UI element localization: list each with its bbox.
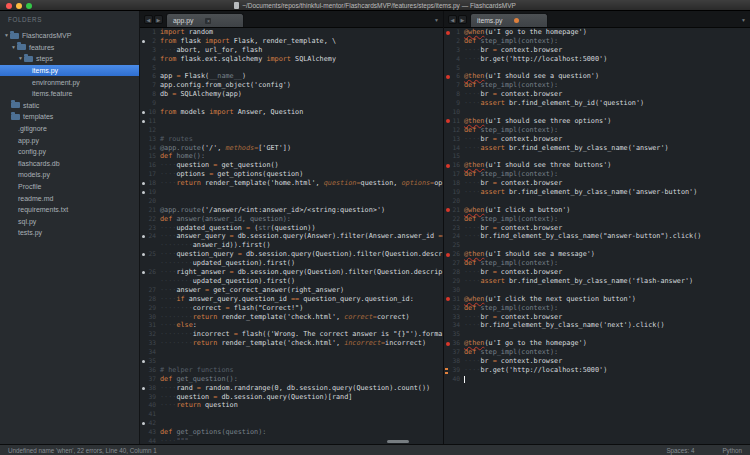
code-line[interactable]: 12def step_impl(context): xyxy=(444,126,750,135)
code-line[interactable]: 30 xyxy=(444,286,750,295)
code-line[interactable]: 8db = SQLAlchemy(app) xyxy=(140,90,443,99)
tab-app-py[interactable]: app.py× xyxy=(166,13,244,27)
code-line[interactable]: 33····br = context.browser xyxy=(444,313,750,322)
code-line[interactable]: 1import random xyxy=(140,28,443,37)
code-line[interactable]: 28····if answer_query.question_id == que… xyxy=(140,295,443,304)
code-line[interactable]: 21@when(u'I click a button') xyxy=(444,206,750,215)
code-editor[interactable]: 1import random2from flask import Flask, … xyxy=(140,28,443,444)
code-line[interactable]: 38····br = context.browser xyxy=(444,357,750,366)
sidebar-item-procfile[interactable]: Procfile xyxy=(0,181,139,193)
sidebar-item--gitignore[interactable]: .gitignore xyxy=(0,123,139,135)
code-line[interactable]: 39····question = db.session.query(Questi… xyxy=(140,393,443,402)
code-line[interactable]: 5 xyxy=(140,64,443,73)
code-line[interactable]: 16@then(u'I should see three buttons') xyxy=(444,161,750,170)
sidebar-item-templates[interactable]: templates xyxy=(0,111,139,123)
code-line[interactable]: 14····assert br.find_element_by_class_na… xyxy=(444,144,750,153)
code-line[interactable]: 2def step_impl(context): xyxy=(444,37,750,46)
code-line[interactable]: 7app.config.from_object('config') xyxy=(140,81,443,90)
code-line[interactable]: 15def home(): xyxy=(140,152,443,161)
code-line[interactable]: 3····abort, url_for, flash xyxy=(140,46,443,55)
code-line[interactable]: 4from flask.ext.sqlalchemy import SQLAlc… xyxy=(140,55,443,64)
code-line[interactable]: 30········return render_template('check.… xyxy=(140,313,443,322)
code-line[interactable]: 17····options = get_options(question) xyxy=(140,170,443,179)
code-line[interactable]: 34 xyxy=(140,348,443,357)
code-line[interactable]: 19 xyxy=(140,188,443,197)
code-line[interactable]: 32········incorrect = flash(('Wrong. The… xyxy=(140,330,443,339)
tab-items-py[interactable]: items.py xyxy=(470,13,548,27)
code-line[interactable]: 39····br.get('http://localhost:5000') xyxy=(444,366,750,375)
minimize-window-button[interactable] xyxy=(16,3,22,9)
code-line[interactable]: 9 xyxy=(140,99,443,108)
code-line[interactable]: 8····br = context.browser xyxy=(444,90,750,99)
code-line[interactable]: 36@then(u'I go to the homepage') xyxy=(444,339,750,348)
code-line[interactable]: 18····br = context.browser xyxy=(444,179,750,188)
zoom-window-button[interactable] xyxy=(26,3,32,9)
code-line[interactable]: 37def get_question(): xyxy=(140,375,443,384)
code-editor[interactable]: 1@when(u'I go to the homepage')2def step… xyxy=(444,28,750,444)
indent-setting[interactable]: Spaces: 4 xyxy=(666,447,694,454)
code-line[interactable]: 22def step_impl(context): xyxy=(444,215,750,224)
tab-overflow-button[interactable]: ▼ xyxy=(434,17,439,23)
code-line[interactable]: 2from flask import Flask, render_templat… xyxy=(140,37,443,46)
code-line[interactable]: 27····answer = get_correct_answer(right_… xyxy=(140,286,443,295)
code-line[interactable]: ········updated_question).first() xyxy=(140,259,443,268)
code-line[interactable]: 25 xyxy=(444,241,750,250)
tab-prev-button[interactable]: ◀ xyxy=(144,15,153,24)
sidebar-item-items-py[interactable]: items.py xyxy=(0,65,139,77)
code-line[interactable]: 23····br = context.browser xyxy=(444,224,750,233)
sidebar-item-static[interactable]: static xyxy=(0,100,139,112)
tab-next-button[interactable]: ▶ xyxy=(154,15,163,24)
tab-overflow-button[interactable]: ▼ xyxy=(741,17,746,23)
code-line[interactable]: 26····right_answer = db.session.query(Qu… xyxy=(140,268,443,277)
code-line[interactable]: 26@then(u'I should see a message') xyxy=(444,250,750,259)
code-line[interactable]: 37def step_impl(context): xyxy=(444,348,750,357)
code-line[interactable]: 43def get_options(question): xyxy=(140,428,443,437)
code-line[interactable]: 24····answer_query = db.session.query(An… xyxy=(140,232,443,241)
code-line[interactable]: ········answer_id)).first() xyxy=(140,241,443,250)
code-line[interactable]: 3····br = context.browser xyxy=(444,46,750,55)
sidebar-item-steps[interactable]: ▼steps xyxy=(0,53,139,65)
code-line[interactable]: 31····else: xyxy=(140,321,443,330)
sidebar-item-sql-py[interactable]: sql.py xyxy=(0,216,139,228)
code-line[interactable]: 35 xyxy=(444,330,750,339)
code-line[interactable]: 16····question = get_question() xyxy=(140,161,443,170)
code-line[interactable]: 20 xyxy=(444,197,750,206)
sidebar-item-items-feature[interactable]: items.feature xyxy=(0,88,139,100)
code-line[interactable]: 6app = Flask(__name__) xyxy=(140,72,443,81)
code-line[interactable]: 40 xyxy=(444,375,750,384)
code-line[interactable]: 5 xyxy=(444,64,750,73)
horizontal-scrollbar[interactable] xyxy=(387,440,409,443)
code-line[interactable]: 17def step_impl(context): xyxy=(444,170,750,179)
code-line[interactable]: 12 xyxy=(140,126,443,135)
sidebar-item-flashcardsmvp[interactable]: ▼FlashcardsMVP xyxy=(0,30,139,42)
code-line[interactable]: 14@app.route('/', methods=['GET']) xyxy=(140,144,443,153)
sidebar-item-requirements-txt[interactable]: requirements.txt xyxy=(0,204,139,216)
code-line[interactable]: 1@when(u'I go to the homepage') xyxy=(444,28,750,37)
code-line[interactable]: 35 xyxy=(140,357,443,366)
code-line[interactable]: 23····updated_question = (str(question)) xyxy=(140,224,443,233)
code-line[interactable]: 11@then(u'I should see three options') xyxy=(444,117,750,126)
syntax-setting[interactable]: Python xyxy=(722,447,742,454)
tab-next-button[interactable]: ▶ xyxy=(458,15,467,24)
sidebar-item-models-py[interactable]: models.py xyxy=(0,169,139,181)
code-line[interactable]: 31@when(u'I click the next question butt… xyxy=(444,295,750,304)
code-line[interactable]: 34····br.find_element_by_class_name('nex… xyxy=(444,321,750,330)
code-line[interactable]: 21@app.route('/answer/<int:answer_id>/<s… xyxy=(140,206,443,215)
code-line[interactable]: 38····rand = random.randrange(0, db.sess… xyxy=(140,384,443,393)
tab-prev-button[interactable]: ◀ xyxy=(448,15,457,24)
code-line[interactable]: 11 xyxy=(140,117,443,126)
code-line[interactable]: 40····return question xyxy=(140,401,443,410)
code-line[interactable]: 6@then(u'I should see a question') xyxy=(444,72,750,81)
code-line[interactable]: 7def step_impl(context): xyxy=(444,81,750,90)
code-line[interactable]: 29····assert br.find_element_by_class_na… xyxy=(444,277,750,286)
close-window-button[interactable] xyxy=(6,3,12,9)
code-line[interactable]: 10from models import Answer, Question xyxy=(140,108,443,117)
sidebar-item-config-py[interactable]: config.py xyxy=(0,146,139,158)
code-line[interactable]: 4····br.get('http://localhost:5000') xyxy=(444,55,750,64)
code-line[interactable]: 10 xyxy=(444,108,750,117)
code-line[interactable]: 18····return render_template('home.html'… xyxy=(140,179,443,188)
code-line[interactable]: 13# routes xyxy=(140,135,443,144)
code-line[interactable]: 19····assert br.find_element_by_class_na… xyxy=(444,188,750,197)
code-line[interactable]: 29········correct = flash("Correct!") xyxy=(140,304,443,313)
code-line[interactable]: 13····br = context.browser xyxy=(444,135,750,144)
